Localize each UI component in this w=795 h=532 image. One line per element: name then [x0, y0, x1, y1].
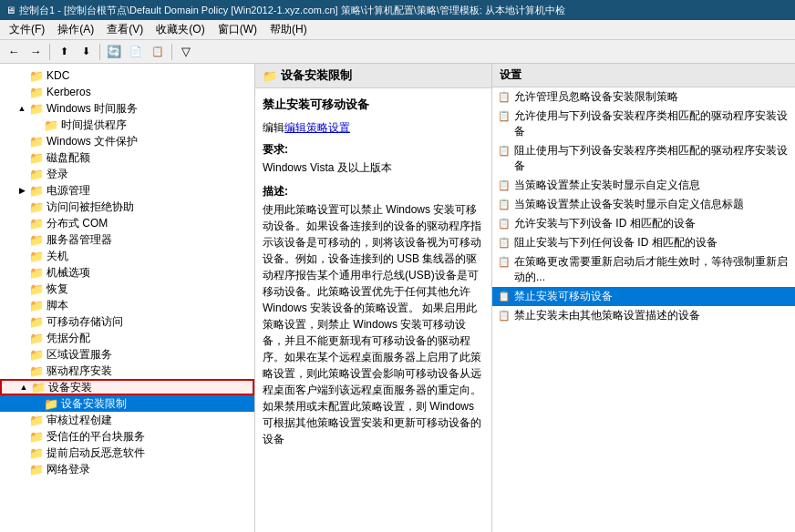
settings-item-icon: 📋 [498, 256, 511, 268]
settings-item-8[interactable]: 📋 禁止安装可移动设备 [492, 287, 795, 306]
settings-item-label: 阻止安装与下列任何设备 ID 相匹配的设备 [514, 235, 718, 251]
menu-action[interactable]: 操作(A) [52, 20, 99, 39]
tree-item-kdc[interactable]: 📁 KDC [0, 67, 254, 84]
tree-item-device-install[interactable]: ▲ 📁 设备安装 [0, 379, 254, 395]
export-button[interactable]: 📄 [126, 42, 146, 62]
show-hide-button[interactable]: ⬇ [76, 42, 96, 62]
tree-item-server-mgr[interactable]: 📁 服务器管理器 [0, 231, 254, 248]
folder-icon: 📁 [29, 299, 44, 312]
folder-icon: 📁 [29, 69, 44, 83]
tree-item-file-protection[interactable]: 📁 Windows 文件保护 [0, 133, 254, 149]
tree-item-power-mgmt[interactable]: ▶ 📁 电源管理 [0, 182, 254, 199]
tree-item-login[interactable]: 📁 登录 [0, 166, 254, 182]
tree-item-early-launch[interactable]: 📁 提前启动反恶意软件 [0, 445, 254, 461]
settings-item-4[interactable]: 📋 当策略设置禁止设备安装时显示自定义信息标题 [492, 195, 795, 214]
tree-item-network-login[interactable]: 📁 网络登录 [0, 461, 254, 477]
settings-item-icon: 📋 [498, 179, 511, 191]
folder-icon: 📁 [44, 397, 58, 411]
tree-label: 凭据分配 [46, 331, 254, 346]
settings-item-0[interactable]: 📋 允许管理员忽略设备安装限制策略 [492, 87, 795, 107]
folder-icon: 📁 [29, 135, 44, 148]
settings-item-icon: 📋 [498, 310, 511, 322]
tree-item-time-provider[interactable]: 📁 时间提供程序 [0, 117, 254, 133]
menu-help[interactable]: 帮助(H) [264, 20, 313, 39]
toolbar-separator-1 [49, 44, 50, 60]
folder-icon: 📁 [29, 184, 44, 198]
settings-item-9[interactable]: 📋 禁止安装未由其他策略设置描述的设备 [492, 306, 795, 325]
properties-button[interactable]: 📋 [148, 42, 168, 62]
folder-icon: 📁 [29, 250, 44, 263]
tree-item-region-svc[interactable]: 📁 区域设置服务 [0, 346, 254, 363]
tree-item-windows-time[interactable]: ▲ 📁 Windows 时间服务 [0, 100, 254, 117]
settings-item-icon: 📋 [498, 291, 511, 302]
tree-item-device-install-restriction[interactable]: 📁 设备安装限制 [0, 395, 254, 412]
tree-item-shutdown[interactable]: 📁 关机 [0, 248, 254, 264]
refresh-button[interactable]: 🔄 [104, 42, 124, 62]
settings-item-label: 允许管理员忽略设备安装限制策略 [514, 89, 678, 105]
settings-item-label: 阻止使用与下列设备安装程序类相匹配的驱动程序安装设备 [514, 143, 790, 174]
tree-item-driver-install[interactable]: 📁 驱动程序安装 [0, 363, 254, 379]
back-button[interactable]: ← [4, 42, 24, 62]
menu-window[interactable]: 窗口(W) [212, 20, 263, 39]
folder-icon: 📁 [29, 414, 44, 427]
settings-item-label: 当策略设置禁止设备安装时显示自定义信息标题 [514, 197, 744, 212]
forward-button[interactable]: → [26, 42, 46, 62]
description-label: 描述: [263, 183, 484, 200]
title-bar-icon: 🖥 [5, 5, 15, 15]
tree-label: 提前启动反恶意软件 [46, 445, 254, 461]
tree-item-access-denied[interactable]: 📁 访问问被拒绝协助 [0, 199, 254, 215]
tree-item-removable-storage[interactable]: 📁 可移动存储访问 [0, 313, 254, 330]
toolbar: ← → ⬆ ⬇ 🔄 📄 📋 ▽ [0, 40, 795, 64]
settings-item-label: 在策略更改需要重新启动后才能生效时，等待强制重新启动的... [514, 254, 790, 285]
folder-icon: 📁 [29, 282, 44, 296]
tree-item-kerberos[interactable]: 📁 Kerberos [0, 84, 254, 100]
toggle-expand[interactable]: ▶ [15, 186, 29, 195]
folder-icon: 📁 [29, 364, 44, 378]
tree-label: 区域设置服务 [46, 347, 254, 363]
tree-label: Windows 文件保护 [46, 134, 254, 149]
tree-item-recovery[interactable]: 📁 恢复 [0, 281, 254, 297]
toggle-collapse[interactable]: ▲ [15, 104, 29, 113]
up-button[interactable]: ⬆ [54, 42, 74, 62]
settings-item-7[interactable]: 📋 在策略更改需要重新启动后才能生效时，等待强制重新启动的... [492, 252, 795, 287]
main-area: 📁 KDC 📁 Kerberos ▲ 📁 Windows 时间服务 📁 时间提供… [0, 64, 795, 532]
settings-item-3[interactable]: 📋 当策略设置禁止安装时显示自定义信息 [492, 176, 795, 195]
menu-bar: 文件(F) 操作(A) 查看(V) 收藏夹(O) 窗口(W) 帮助(H) [0, 20, 795, 40]
settings-item-6[interactable]: 📋 阻止安装与下列任何设备 ID 相匹配的设备 [492, 233, 795, 252]
settings-item-label: 禁止安装可移动设备 [514, 289, 613, 304]
desc-edit-label: 编辑 [263, 121, 284, 134]
tree-item-dcom[interactable]: 📁 分布式 COM [0, 215, 254, 231]
folder-icon: 📁 [29, 446, 44, 460]
tree-label: 驱动程序安装 [46, 363, 254, 379]
settings-item-2[interactable]: 📋 阻止使用与下列设备安装程序类相匹配的驱动程序安装设备 [492, 141, 795, 176]
tree-label: 电源管理 [46, 183, 254, 199]
tree-item-scripts[interactable]: 📁 脚本 [0, 297, 254, 313]
tree-label: Windows 时间服务 [46, 101, 254, 117]
menu-view[interactable]: 查看(V) [101, 20, 149, 39]
tree-label: 设备安装 [48, 380, 253, 395]
tree-item-trusted-platform[interactable]: 📁 受信任的平台块服务 [0, 428, 254, 445]
tree-label: 审核过程创建 [46, 413, 254, 428]
menu-favorites[interactable]: 收藏夹(O) [150, 20, 210, 39]
right-panel: 📁 设备安装限制 禁止安装可移动设备 编辑编辑策略设置 要求: Windows … [255, 64, 795, 532]
tree-item-audit[interactable]: 📁 审核过程创建 [0, 412, 254, 428]
tree-label: 分布式 COM [46, 216, 254, 231]
folder-icon: 📁 [29, 233, 44, 247]
requires-label: 要求: [263, 141, 484, 158]
toggle-expand[interactable]: ▲ [16, 383, 31, 392]
settings-item-icon: 📋 [498, 110, 511, 122]
settings-item-5[interactable]: 📋 允许安装与下列设备 ID 相匹配的设备 [492, 214, 795, 233]
tree-item-disk-quota[interactable]: 📁 磁盘配额 [0, 149, 254, 166]
tree-item-credential[interactable]: 📁 凭据分配 [0, 330, 254, 346]
settings-panel: 设置 📋 允许管理员忽略设备安装限制策略 📋 允许使用与下列设备安装程序类相匹配… [492, 64, 795, 532]
folder-icon: 📁 [29, 332, 44, 345]
folder-icon: 📁 [29, 315, 44, 329]
settings-item-1[interactable]: 📋 允许使用与下列设备安装程序类相匹配的驱动程序安装设备 [492, 107, 795, 141]
tree-panel[interactable]: 📁 KDC 📁 Kerberos ▲ 📁 Windows 时间服务 📁 时间提供… [0, 64, 255, 532]
policy-settings-link[interactable]: 编辑策略设置 [284, 121, 350, 134]
tree-label: 可移动存储访问 [46, 314, 254, 330]
tree-item-machine-options[interactable]: 📁 机械选项 [0, 264, 254, 281]
toolbar-separator-2 [99, 44, 100, 60]
menu-file[interactable]: 文件(F) [4, 20, 50, 39]
filter-button[interactable]: ▽ [176, 42, 196, 62]
